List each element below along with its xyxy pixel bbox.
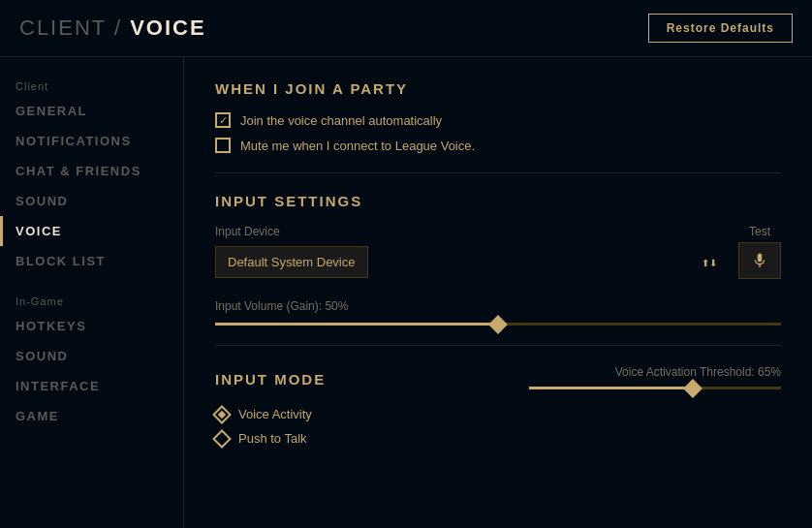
threshold-slider-fill (529, 387, 693, 389)
voice-activity-label: Voice Activity (238, 407, 312, 421)
party-section-title: WHEN I JOIN A PARTY (215, 80, 781, 97)
input-mode-header: INPUT MODE Voice Activation Threshold: 6… (215, 365, 781, 393)
push-to-talk-label: Push to Talk (238, 431, 307, 446)
threshold-slider-thumb[interactable] (682, 378, 703, 399)
sidebar-item-game[interactable]: GAME (0, 401, 183, 431)
threshold-section: Voice Activation Threshold: 65% (529, 365, 781, 393)
divider-1 (215, 172, 781, 173)
mute-label: Mute me when I connect to League Voice. (240, 139, 475, 153)
volume-slider-track[interactable] (215, 323, 781, 326)
page-title-bright: VOICE (130, 16, 205, 40)
input-mode-title: INPUT MODE (215, 371, 326, 388)
mute-row[interactable]: Mute me when I connect to League Voice. (215, 138, 781, 153)
restore-defaults-button[interactable]: Restore Defaults (648, 14, 793, 43)
device-select-wrapper: Default System Device ⬆⬇ (215, 246, 727, 278)
push-to-talk-radio[interactable] (212, 429, 232, 449)
page-title-dim: CLIENT / (19, 16, 130, 40)
input-device-label: Input Device (215, 225, 727, 238)
input-device-row: Default System Device ⬆⬇ (215, 246, 727, 278)
join-voice-checkbox[interactable] (215, 112, 231, 128)
sidebar-group-client: Client (0, 73, 183, 96)
sidebar-item-notifications[interactable]: NOTIFICATIONS (0, 126, 183, 156)
device-select[interactable]: Default System Device (215, 246, 368, 278)
sidebar-item-chat-friends[interactable]: CHAT & FRIENDS (0, 156, 183, 186)
sidebar-item-sound-ingame[interactable]: SOUND (0, 341, 183, 371)
sidebar-item-interface[interactable]: INTERFACE (0, 371, 183, 401)
sidebar-item-general[interactable]: GENERAL (0, 96, 183, 126)
volume-slider-thumb[interactable] (487, 314, 509, 335)
microphone-icon (751, 252, 768, 269)
join-voice-row[interactable]: Join the voice channel automatically (215, 112, 781, 128)
sidebar-item-hotkeys[interactable]: HOTKEYS (0, 311, 183, 341)
header: CLIENT / VOICE Restore Defaults (0, 0, 812, 57)
volume-slider-fill (215, 323, 498, 326)
mute-checkbox[interactable] (215, 138, 231, 153)
content-area: WHEN I JOIN A PARTY Join the voice chann… (184, 57, 812, 528)
sidebar-item-block-list[interactable]: BLOCK LIST (0, 246, 183, 276)
voice-activity-row[interactable]: Voice Activity (215, 407, 781, 421)
push-to-talk-row[interactable]: Push to Talk (215, 431, 781, 446)
sidebar: Client GENERAL NOTIFICATIONS CHAT & FRIE… (0, 57, 184, 528)
sidebar-item-voice[interactable]: VOICE (0, 216, 183, 246)
test-column: Test (738, 225, 781, 279)
volume-thumb-diamond (488, 315, 508, 334)
sidebar-group-ingame: In-Game (0, 288, 183, 311)
sidebar-item-sound[interactable]: SOUND (0, 186, 183, 216)
voice-activity-radio[interactable] (212, 405, 232, 424)
threshold-slider-track[interactable] (529, 387, 781, 389)
volume-label: Input Volume (Gain): 50% (215, 299, 781, 313)
test-label: Test (749, 225, 770, 238)
voice-threshold-label: Voice Activation Threshold: 65% (529, 365, 781, 379)
main-layout: Client GENERAL NOTIFICATIONS CHAT & FRIE… (0, 57, 812, 528)
divider-2 (215, 345, 781, 346)
test-button[interactable] (738, 242, 781, 279)
page-title: CLIENT / VOICE (19, 16, 206, 41)
select-arrow-icon: ⬆⬇ (702, 257, 717, 267)
threshold-thumb-diamond (683, 379, 703, 398)
volume-section: Input Volume (Gain): 50% (215, 299, 781, 326)
input-section-title: INPUT SETTINGS (215, 193, 781, 209)
join-voice-label: Join the voice channel automatically (240, 113, 442, 128)
